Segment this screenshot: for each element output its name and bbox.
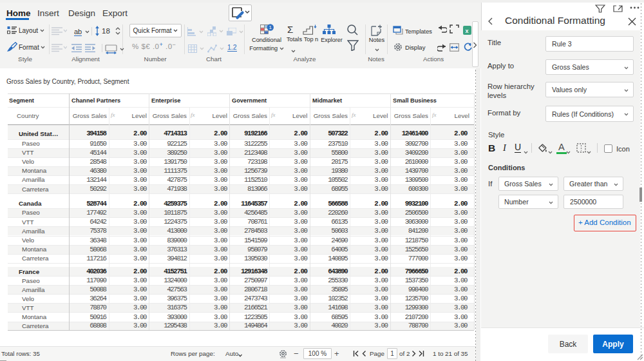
svg-text:1: 1 [269, 24, 272, 30]
svg-text:x: x [465, 28, 468, 34]
